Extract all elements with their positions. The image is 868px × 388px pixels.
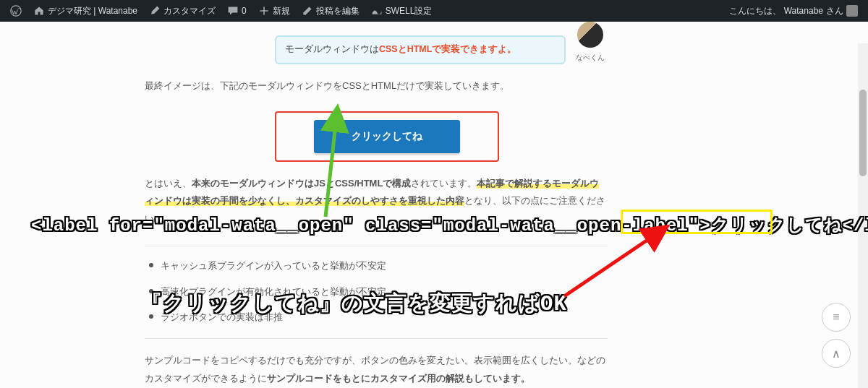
scroll-top-button[interactable]: ∧ [822, 339, 851, 368]
scrollbar-thumb[interactable] [859, 90, 867, 176]
site-name-link[interactable]: デジマ研究 | Watanabe [27, 0, 143, 22]
my-account-link[interactable]: こんにちは、 Watanabe さん [723, 0, 864, 22]
wordpress-icon [10, 5, 22, 17]
swell-settings-link[interactable]: SWELL設定 [365, 0, 438, 22]
annotation-explain-line: 『クリックしてね』の文言を変更すればOK [141, 289, 567, 318]
demo-button-frame: クリックしてね [275, 111, 499, 162]
comments-link[interactable]: 0 [221, 0, 252, 22]
lead-paragraph: 最終イメージは、下記のモーダルウィンドウをCSSとHTMLだけで実装していきます… [145, 77, 608, 95]
customize-paragraph: サンプルコードをコピペするだけでも充分ですが、ボタンの色みを変えたい。表示範囲を… [145, 352, 608, 387]
comment-icon [227, 5, 239, 17]
author-avatar-block: なべくん [576, 22, 608, 64]
article-content: モーダルウィンドウはCSSとHTMLで実装できますよ。 なべくん 最終イメージは… [145, 22, 608, 388]
callout-row: モーダルウィンドウはCSSとHTMLで実装できますよ。 なべくん [145, 22, 608, 64]
modal-open-button[interactable]: クリックしてね [314, 120, 460, 153]
home-icon [33, 5, 45, 17]
brush-icon [149, 5, 161, 17]
list-icon: ≡ [833, 311, 839, 324]
wp-logo[interactable] [4, 0, 27, 22]
list-item: キャッシュ系プラグインが入っていると挙動が不安定 [145, 254, 608, 280]
swell-icon [371, 5, 383, 17]
author-avatar-icon [577, 22, 603, 48]
wp-admin-bar: デジマ研究 | Watanabe カスタマイズ 0 新規 投稿を編集 SWELL… [0, 0, 868, 22]
site-name: デジマ研究 | Watanabe [48, 5, 137, 17]
chevron-up-icon: ∧ [832, 347, 841, 361]
page-body: モーダルウィンドウはCSSとHTMLで実装できますよ。 なべくん 最終イメージは… [0, 22, 868, 388]
author-nickname: なべくん [576, 51, 605, 64]
plus-icon [258, 5, 270, 17]
new-content-link[interactable]: 新規 [252, 0, 296, 22]
pencil-icon [302, 5, 313, 17]
info-callout: モーダルウィンドウはCSSとHTMLで実装できますよ。 [275, 35, 566, 64]
toc-float-button[interactable]: ≡ [822, 303, 851, 332]
edit-post-link[interactable]: 投稿を編集 [296, 0, 365, 22]
customize-link[interactable]: カスタマイズ [143, 0, 221, 22]
annotation-code-line: <label for="modal-wata__open" class="mod… [31, 213, 868, 236]
user-avatar-icon [846, 5, 858, 17]
